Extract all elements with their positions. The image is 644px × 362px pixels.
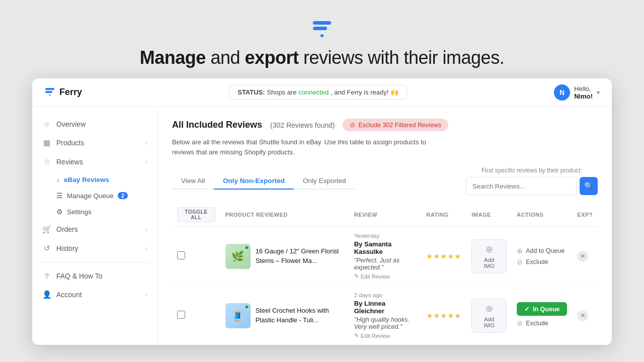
- row1-product-name: 16 Gauge / 12" Green Florist Stems – Flo…: [256, 247, 344, 265]
- search-input[interactable]: [466, 177, 577, 195]
- row1-edit-review[interactable]: ✎ Edit Review: [354, 273, 417, 280]
- tab-exported[interactable]: Only Exported: [294, 173, 355, 190]
- search-area: Find specific reviews by their product: …: [466, 167, 598, 195]
- hero-section: Manage and export reviews with their ima…: [0, 0, 644, 78]
- row2-checkbox[interactable]: [177, 311, 185, 319]
- row1-close-button[interactable]: ✕: [577, 251, 588, 262]
- reviews-count: (302 Reviews found): [270, 121, 335, 129]
- sidebar-item-orders[interactable]: 🛒 Orders ›: [32, 220, 157, 239]
- row2-stars: ★★★★★: [426, 311, 461, 320]
- account-icon: 👤: [42, 290, 51, 299]
- section-title: All Included Reviews: [172, 120, 262, 130]
- sidebar-item-history[interactable]: ↺ History ›: [32, 239, 157, 258]
- sidebar-item-reviews[interactable]: ☆ Reviews ›: [32, 152, 157, 171]
- main-content: All Included Reviews (302 Reviews found)…: [158, 107, 612, 345]
- col-rating: RATING: [421, 203, 466, 227]
- tabs: View All Only Non-Exported Only Exported: [172, 173, 355, 190]
- sidebar-item-faq[interactable]: ? FAQ & How To: [32, 266, 157, 285]
- status-connected: connected: [298, 88, 329, 96]
- row1-reviewer: By Samanta Kassulke: [354, 240, 417, 255]
- row2-review-text: "High quality hooks. Very well priced.": [354, 316, 417, 330]
- sidebar-item-manage-queue[interactable]: ☰ Manage Queue 2: [32, 188, 157, 204]
- row2-add-img-button[interactable]: ⊕ Add IMG: [471, 299, 507, 333]
- row2-select: [172, 286, 220, 345]
- row1-add-to-queue-button[interactable]: ⊕ Add to Queue: [517, 245, 567, 256]
- col-image: IMAGE: [466, 203, 512, 227]
- row2-exclude-button[interactable]: ⊘ Exclude: [517, 318, 567, 329]
- col-product: PRODUCT REVIEWED: [220, 203, 349, 227]
- plus-circle-icon: ⊕: [486, 244, 493, 255]
- col-select: TOGGLE ALL: [172, 203, 220, 227]
- row2-exported: ✕: [572, 286, 598, 345]
- header-status: STATUS: Shops are connected , and Ferry …: [229, 85, 407, 100]
- settings-icon: ⚙: [56, 208, 63, 216]
- search-label: Find specific reviews by their product:: [481, 167, 582, 174]
- hero-logo: [309, 14, 335, 40]
- user-menu[interactable]: N Hello, Nimo! ▾: [554, 84, 600, 101]
- app-logo: Ferry: [44, 85, 82, 99]
- row2-review-date: 2 days ago: [354, 292, 417, 298]
- search-button[interactable]: 🔍: [580, 177, 598, 195]
- exclude-icon: ⊘: [517, 258, 523, 266]
- sidebar-item-settings[interactable]: ⚙ Settings: [32, 204, 157, 220]
- row2-edit-review[interactable]: ✎ Edit Review: [354, 332, 417, 339]
- status-text2: , and Ferry is ready! 🙌: [331, 88, 398, 96]
- check-icon: ✓: [524, 305, 530, 313]
- user-avatar: N: [554, 84, 570, 101]
- row2-reviewer: By Linnea Gleichner: [354, 300, 417, 315]
- plus-circle-icon: ⊕: [486, 303, 493, 314]
- chevron-right-icon: ›: [145, 139, 147, 146]
- sidebar-divider: [40, 262, 149, 262]
- app-window: Ferry STATUS: Shops are connected , and …: [32, 78, 612, 345]
- row1-checkbox[interactable]: [177, 251, 185, 259]
- col-review: REVIEW: [349, 203, 422, 227]
- exclude-icon: ⊘: [517, 319, 523, 327]
- app-body: ○ Overview ▦ Products › ☆ Reviews ›: [32, 107, 612, 345]
- svg-rect-4: [45, 91, 52, 93]
- row2-product-name: Steel Crochet Hooks with Plastic Handle …: [256, 306, 344, 324]
- row1-review-date: Yesterday: [354, 233, 417, 239]
- row2-product-image: 🧵: [225, 303, 251, 328]
- sidebar-item-ebay-reviews[interactable]: ↓ eBay Reviews: [32, 171, 157, 188]
- sidebar-item-overview[interactable]: ○ Overview: [32, 115, 157, 133]
- row1-review: Yesterday By Samanta Kassulke "Perfect. …: [349, 227, 422, 286]
- ebay-reviews-icon: ↓: [56, 175, 60, 184]
- search-icon: 🔍: [584, 182, 594, 191]
- add-img-label: Add IMG: [479, 257, 499, 269]
- svg-rect-3: [45, 88, 54, 90]
- table-row: 🌿 16 Gauge / 12" Green Florist Stems – F…: [172, 227, 598, 286]
- chevron-right-icon: ›: [145, 291, 147, 298]
- exclude-filtered-button[interactable]: ⊘ Exclude 302 Filtered Reviews: [343, 119, 448, 131]
- app-name: Ferry: [59, 87, 82, 98]
- status-label: STATUS:: [237, 88, 265, 96]
- sidebar-item-account[interactable]: 👤 Account ›: [32, 285, 157, 304]
- tab-non-exported[interactable]: Only Non-Exported: [214, 173, 294, 190]
- tab-view-all[interactable]: View All: [172, 173, 214, 190]
- app-header: Ferry STATUS: Shops are connected , and …: [32, 78, 612, 107]
- section-description: Below are all the reviews that Shuttle f…: [172, 137, 598, 157]
- row1-review-text: "Perfect. Just as expected.": [354, 257, 417, 271]
- row1-add-img-button[interactable]: ⊕ Add IMG: [471, 239, 507, 274]
- manage-queue-icon: ☰: [56, 192, 63, 200]
- row1-product-image: 🌿: [225, 244, 251, 269]
- history-icon: ↺: [42, 244, 51, 253]
- reviews-table: TOGGLE ALL PRODUCT REVIEWED REVIEW RATIN…: [172, 203, 598, 345]
- chevron-right-icon: ›: [145, 245, 147, 252]
- row1-stars: ★★★★★: [426, 252, 461, 260]
- row1-exclude-button[interactable]: ⊘ Exclude: [517, 256, 567, 267]
- row1-rating: ★★★★★: [421, 227, 466, 286]
- sidebar-item-products[interactable]: ▦ Products ›: [32, 133, 157, 152]
- tabs-search-row: View All Only Non-Exported Only Exported…: [172, 167, 598, 195]
- add-to-queue-icon: ⊕: [517, 247, 523, 255]
- add-img-label: Add IMG: [479, 316, 499, 328]
- section-header: All Included Reviews (302 Reviews found)…: [172, 119, 598, 131]
- svg-point-5: [49, 95, 51, 96]
- chevron-down-icon: ▾: [597, 89, 600, 96]
- row1-select: [172, 227, 220, 286]
- chevron-right-icon: ›: [145, 158, 147, 165]
- row2-in-queue-button[interactable]: ✓ In Queue: [517, 302, 567, 316]
- sidebar: ○ Overview ▦ Products › ☆ Reviews ›: [32, 107, 158, 345]
- toggle-all-button[interactable]: TOGGLE ALL: [177, 207, 215, 222]
- faq-icon: ?: [42, 272, 51, 280]
- row2-close-button[interactable]: ✕: [577, 310, 588, 321]
